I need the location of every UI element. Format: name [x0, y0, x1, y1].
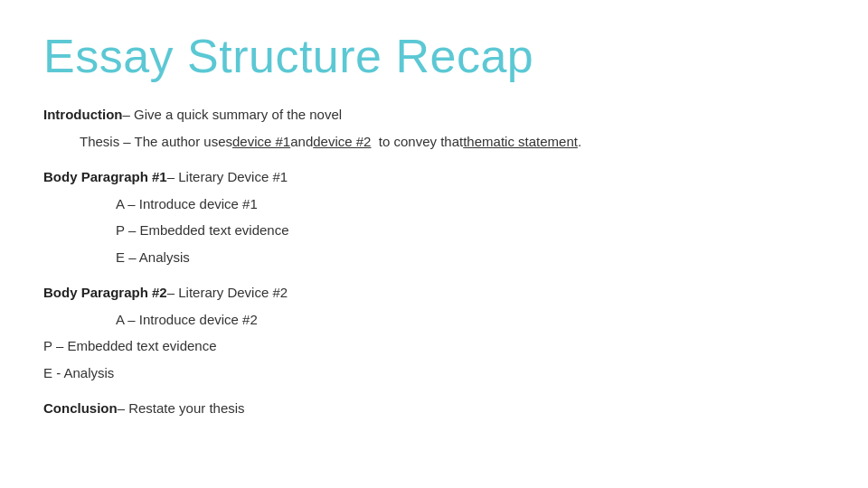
body-para-2-line: Body Paragraph #2 – Literary Device #2: [43, 281, 825, 305]
body-para-2-bold: Body Paragraph #2: [43, 281, 167, 305]
thesis-device2: device #2: [313, 130, 371, 154]
slide-title: Essay Structure Recap: [43, 29, 825, 83]
content-area: Introduction – Give a quick summary of t…: [43, 103, 825, 420]
slide: Essay Structure Recap Introduction – Giv…: [0, 0, 868, 488]
body-para-1-bold: Body Paragraph #1: [43, 165, 167, 189]
a-introduce-2-text: A – Introduce device #2: [116, 308, 258, 332]
body-para-1-rest: – Literary Device #1: [167, 165, 288, 189]
p-embedded-2-text: P – Embedded text evidence: [43, 334, 217, 358]
body-para-2-rest: – Literary Device #2: [167, 281, 288, 305]
introduction-bold: Introduction: [43, 103, 122, 127]
introduction-line: Introduction – Give a quick summary of t…: [43, 103, 825, 127]
p-embedded-2-line: P – Embedded text evidence: [43, 334, 825, 358]
a-introduce-2-line: A – Introduce device #2: [43, 308, 825, 332]
body-para-1-line: Body Paragraph #1 – Literary Device #1: [43, 165, 825, 189]
a-introduce-1-text: A – Introduce device #1: [116, 192, 258, 216]
e-analysis-2-text: E - Analysis: [43, 361, 114, 385]
e-analysis-1-text: E – Analysis: [116, 246, 190, 269]
thesis-convey: to convey that: [371, 130, 463, 154]
p-embedded-1-text: P – Embedded text evidence: [116, 219, 289, 242]
thesis-text-1: Thesis – The author uses: [80, 130, 232, 154]
thesis-period: .: [578, 130, 581, 154]
a-introduce-1-line: A – Introduce device #1: [43, 192, 825, 216]
thesis-line: Thesis – The author uses device #1 and d…: [43, 130, 825, 154]
conclusion-line: Conclusion – Restate your thesis: [43, 397, 825, 420]
introduction-rest: – Give a quick summary of the novel: [122, 103, 342, 127]
conclusion-bold: Conclusion: [43, 397, 118, 420]
p-embedded-1-line: P – Embedded text evidence: [43, 219, 825, 242]
thesis-thematic: thematic statement: [463, 130, 578, 154]
conclusion-rest: – Restate your thesis: [118, 397, 245, 420]
e-analysis-1-line: E – Analysis: [43, 246, 825, 269]
thesis-and: and: [290, 130, 313, 154]
e-analysis-2-line: E - Analysis: [43, 361, 825, 385]
thesis-device1: device #1: [232, 130, 290, 154]
